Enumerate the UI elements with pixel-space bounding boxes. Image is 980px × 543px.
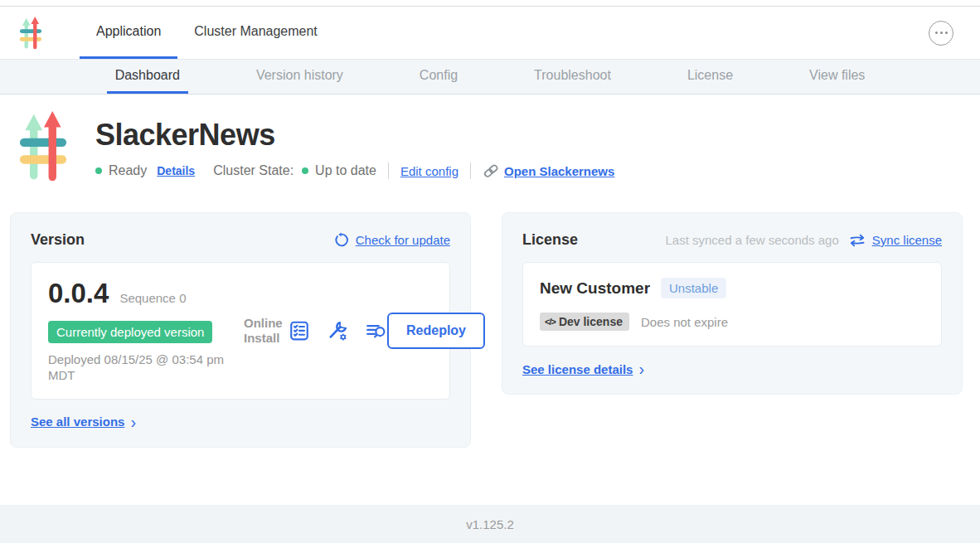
- divider: [470, 162, 471, 179]
- cluster-state-label: Cluster State:: [213, 163, 294, 178]
- sync-icon: [849, 233, 866, 248]
- dashboard-cards: Version Check for update 0.0.4 Sequence …: [10, 212, 963, 448]
- preflight-checks-icon[interactable]: [289, 320, 310, 342]
- slackernews-logo-large: [18, 109, 68, 184]
- redeploy-button[interactable]: Redeploy: [387, 313, 485, 349]
- see-all-versions-link[interactable]: See all versions: [31, 415, 124, 429]
- view-diff-icon[interactable]: [365, 320, 387, 342]
- see-license-details-link[interactable]: See license details: [522, 362, 633, 376]
- check-for-update-link[interactable]: Check for update: [356, 233, 450, 247]
- tab-view-files[interactable]: View files: [801, 60, 873, 94]
- last-synced-text: Last synced a few seconds ago: [665, 233, 838, 247]
- console-version: v1.125.2: [466, 517, 514, 531]
- tab-application[interactable]: Application: [80, 7, 177, 59]
- page-title: SlackerNews: [95, 118, 614, 153]
- tab-cluster-management[interactable]: Cluster Management: [177, 7, 334, 59]
- console-footer: v1.125.2: [0, 505, 980, 543]
- license-card: License Last synced a few seconds ago Sy…: [502, 212, 963, 395]
- customer-name: New Customer: [540, 279, 650, 298]
- main-nav: Application Cluster Management: [80, 7, 334, 59]
- cluster-state-dot: [302, 167, 308, 174]
- app-subnav: Dashboard Version history Config Trouble…: [0, 59, 980, 95]
- tab-license[interactable]: License: [679, 60, 741, 94]
- license-type-tag: </> Dev license: [540, 313, 629, 331]
- sync-license-link[interactable]: Sync license: [872, 233, 942, 247]
- license-panel: New Customer Unstable </> Dev license Do…: [522, 262, 942, 347]
- status-details-link[interactable]: Details: [157, 164, 195, 177]
- license-type-label: Dev license: [559, 315, 623, 328]
- license-expiry: Does not expire: [641, 315, 728, 329]
- deployed-timestamp: Deployed 08/15/25 @ 03:54 pm MDT: [48, 352, 229, 384]
- code-icon: </>: [545, 317, 555, 327]
- chevron-right-icon: ›: [638, 361, 644, 377]
- header-spacer: [334, 7, 929, 59]
- cluster-state-text: Up to date: [315, 163, 376, 178]
- license-card-title: License: [522, 231, 578, 249]
- app-header-bar: Application Cluster Management: [0, 7, 980, 59]
- app-status-text: Ready: [109, 163, 147, 178]
- slackernews-logo-icon: [18, 16, 43, 51]
- tab-version-history[interactable]: Version history: [248, 60, 352, 94]
- app-title-block: SlackerNews Ready Details Cluster State:…: [18, 109, 962, 184]
- chevron-right-icon: ›: [130, 414, 136, 430]
- version-sequence: Sequence 0: [119, 291, 186, 305]
- install-type-label: Online Install: [244, 316, 289, 346]
- open-slackernews-link[interactable]: Open Slackernews: [504, 164, 614, 178]
- tab-troubleshoot[interactable]: Troubleshoot: [526, 60, 619, 94]
- open-app-group: Open Slackernews: [483, 162, 614, 179]
- deployed-status-badge: Currently deployed version: [48, 321, 212, 343]
- top-divider: [0, 0, 980, 7]
- edit-config-link[interactable]: Edit config: [400, 164, 458, 178]
- current-version-panel: 0.0.4 Sequence 0 Currently deployed vers…: [31, 262, 450, 400]
- version-card-title: Version: [31, 231, 85, 249]
- tab-config[interactable]: Config: [411, 60, 466, 94]
- version-number: 0.0.4: [48, 278, 109, 309]
- refresh-icon: [333, 232, 349, 248]
- app-status-dot: [95, 167, 102, 174]
- channel-badge: Unstable: [661, 278, 726, 298]
- divider: [388, 162, 389, 179]
- overflow-menu-icon[interactable]: [929, 21, 953, 46]
- version-card: Version Check for update 0.0.4 Sequence …: [10, 212, 471, 448]
- app-status-row: Ready Details Cluster State: Up to date …: [95, 162, 614, 179]
- configure-wrench-icon[interactable]: [327, 320, 348, 342]
- tab-dashboard[interactable]: Dashboard: [107, 60, 188, 94]
- link-icon: [483, 162, 499, 179]
